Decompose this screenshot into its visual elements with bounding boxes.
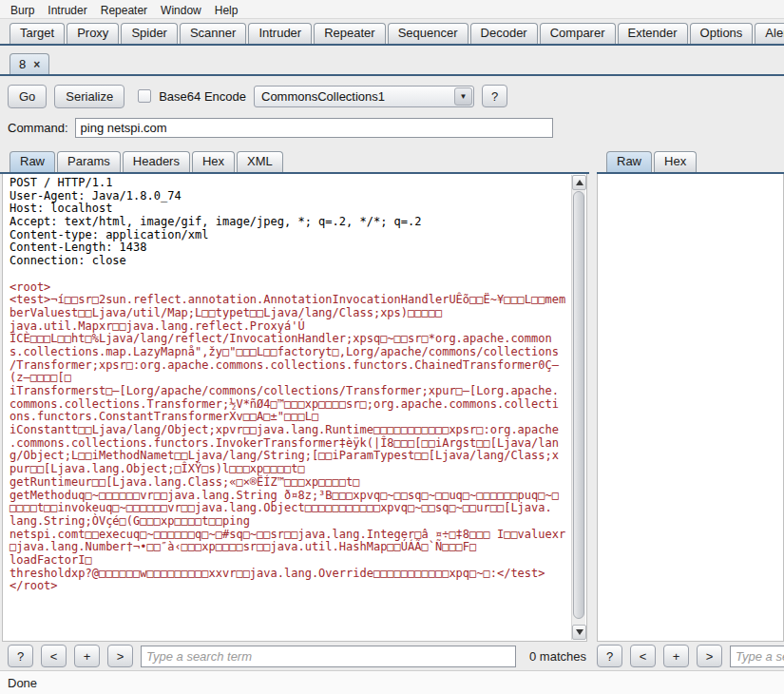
request-editor-panel[interactable]: POST / HTTP/1.1User-Agent: Java/1.8.0_74… (2, 174, 587, 642)
search-add-button[interactable]: + (74, 645, 100, 667)
search-prev-button[interactable]: < (630, 645, 656, 667)
payload-dropdown-value: CommonsCollections1 (261, 89, 385, 104)
main-tab[interactable]: Options (690, 23, 754, 44)
session-tab-bar: 8 × (0, 50, 784, 76)
main-tab[interactable]: Sequencer (388, 23, 468, 44)
request-header-line: User-Agent: Java/1.8.0_74 (10, 190, 572, 203)
main-tab[interactable]: Extender (618, 23, 688, 44)
request-editor-tab[interactable]: Hex (192, 151, 235, 172)
request-editor-tab-bar: RawParamsHeadersHexXML (0, 145, 589, 174)
main-tab[interactable]: Decoder (470, 23, 538, 44)
request-header-line: Host: localhost (10, 202, 572, 216)
request-header-line: POST / HTTP/1.1 (10, 177, 572, 190)
response-viewer-panel[interactable] (597, 174, 784, 642)
search-input[interactable] (141, 646, 516, 667)
main-tab[interactable]: Repeater (314, 23, 385, 44)
request-editor-tab[interactable]: Params (57, 151, 121, 172)
menu-item[interactable]: Help (208, 2, 245, 19)
request-body-line: iConstantt□□Ljava/lang/Object;xpvr□□java… (10, 424, 572, 437)
request-editor-tab[interactable]: Headers (123, 151, 190, 172)
menu-item[interactable]: Window (154, 2, 208, 19)
session-tab-8[interactable]: 8 × (10, 53, 49, 74)
base64-checkbox-label: Base64 Encode (159, 89, 246, 104)
request-body-line: .commons.collections.functors.InvokerTra… (10, 437, 572, 451)
search-help-button[interactable]: ? (597, 645, 622, 667)
request-body-line: □□□□t□□invokeuq□~□□□□□□vr□□java.lang.Obj… (10, 502, 572, 515)
main-tab[interactable]: Alerts (755, 23, 784, 44)
serialize-button[interactable]: Serialize (54, 85, 124, 108)
request-body-line: thresholdxp?@□□□□□□w□□□□□□□□□xxvr□□java.… (10, 568, 572, 581)
arrow-up-icon (576, 180, 583, 185)
request-header-line (10, 268, 572, 281)
request-editor-tab[interactable]: Raw (10, 151, 55, 172)
payload-dropdown[interactable]: CommonsCollections1 ▼ (254, 86, 474, 107)
main-tab[interactable]: Target (10, 23, 65, 44)
session-tab-label: 8 (19, 55, 26, 74)
request-header-line: Accept: text/html, image/gif, image/jpeg… (10, 216, 572, 229)
request-body-line: ons.functors.ConstantTransformerXv□□A□±"… (10, 411, 572, 424)
go-button[interactable]: Go (8, 85, 47, 108)
command-row: Command: (0, 114, 784, 141)
request-body-line: /Transformer;xpsr□:org.apache.commons.co… (10, 359, 572, 373)
close-icon[interactable]: × (33, 59, 40, 70)
scrollbar-thumb[interactable] (573, 191, 584, 619)
match-count: 0 matches (529, 649, 586, 664)
request-scrollbar[interactable] (571, 175, 585, 640)
request-body-line: (z—□□□□[□ (10, 372, 572, 385)
request-body-line: <test>¬í□□sr□2sun.reflect.annotation.Ann… (10, 294, 572, 307)
menu-bar: BurpIntruderRepeaterWindowHelp (0, 0, 784, 19)
request-header-line: Connection: close (10, 255, 572, 268)
response-viewer-tab-bar: RawHex (597, 145, 784, 174)
request-body-line: </root> (10, 580, 572, 593)
status-bar: Done (0, 671, 784, 694)
base64-checkbox[interactable] (138, 89, 151, 103)
chevron-down-icon[interactable]: ▼ (454, 87, 472, 106)
request-raw-text[interactable]: POST / HTTP/1.1User-Agent: Java/1.8.0_74… (3, 174, 572, 641)
search-help-button[interactable]: ? (8, 645, 33, 667)
main-tab[interactable]: Intruder (248, 23, 312, 44)
menu-item[interactable]: Burp (4, 2, 41, 19)
scroll-down-button[interactable] (572, 625, 586, 640)
main-tab[interactable]: Spider (121, 23, 178, 44)
search-prev-button[interactable]: < (41, 645, 67, 667)
search-next-button[interactable]: > (107, 645, 133, 667)
request-search-bar: ? < + > 0 matches (0, 642, 589, 670)
request-body-line: pur□□[Ljava.lang.Object;□ÎXŸ□s)l□□□xp□□□… (10, 463, 572, 476)
request-body-line: commons.collections.Transformer;½V*ñØ4□™… (10, 398, 572, 412)
request-body-line: iTransformerst□—[Lorg/apache/commons/col… (10, 385, 572, 398)
menu-item[interactable]: Intruder (41, 2, 93, 19)
request-body-line: lang.String;­ÒVçé□(G□□□xp□□□□t□□ping (10, 515, 572, 529)
request-body-line: s.collections.map.LazyMapnå",žy□"□□□L□□f… (10, 346, 572, 359)
request-body-line: loadFactorI□ (10, 554, 572, 568)
scroll-up-button[interactable] (572, 175, 586, 190)
payload-help-button[interactable]: ? (482, 85, 507, 107)
request-header-line: Content-Length: 1438 (10, 241, 572, 255)
search-input[interactable] (730, 646, 784, 667)
toolbar: Go Serialize Base64 Encode CommonsCollec… (0, 80, 784, 112)
request-body-line: berValuest□□Ljava/util/Map;L□□typet□□Lja… (10, 307, 572, 320)
search-next-button[interactable]: > (697, 645, 722, 667)
main-tab-bar: TargetProxySpiderScannerIntruderRepeater… (0, 20, 784, 46)
request-body-line: ÎCÈ□□□L□□ht□%Ljava/lang/reflect/Invocati… (10, 333, 572, 346)
arrow-down-icon (576, 629, 583, 635)
response-viewer-tab[interactable]: Raw (606, 151, 652, 172)
response-search-bar: ? < + > (597, 642, 784, 670)
status-text: Done (8, 676, 37, 690)
search-add-button[interactable]: + (663, 645, 689, 667)
main-tab[interactable]: Scanner (180, 23, 246, 44)
main-tab[interactable]: Comparer (540, 23, 616, 44)
main-tab[interactable]: Proxy (67, 23, 119, 44)
command-input[interactable] (75, 118, 553, 138)
request-body-line: getMethoduq□~□□□□□□vr□□java.lang.String … (10, 490, 572, 503)
command-label: Command: (8, 121, 68, 135)
request-body-line: getRuntimeur□□[Ljava.lang.Class;«□×®ËÍZ™… (10, 476, 572, 490)
request-editor-tab[interactable]: XML (237, 151, 283, 172)
request-body-line: □java.lang.Number†¬•□□″à‹□□□xp□□□□sr□□ja… (10, 541, 572, 554)
request-header-line: Content-type: application/xml (10, 229, 572, 242)
menu-item[interactable]: Repeater (94, 2, 154, 19)
response-viewer-tab[interactable]: Hex (654, 151, 697, 172)
